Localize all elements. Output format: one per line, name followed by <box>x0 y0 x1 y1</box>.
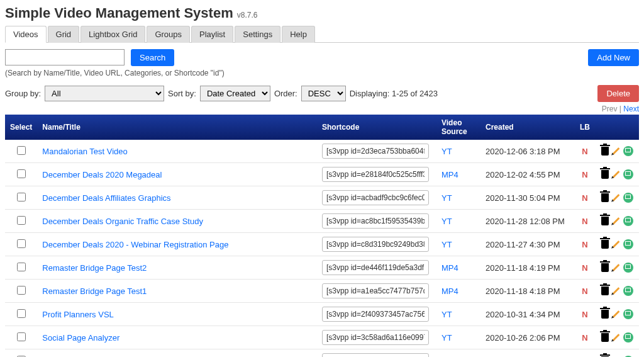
video-table: Select Name/Title Shortcode Video Source… <box>5 115 639 357</box>
row-checkbox[interactable] <box>17 263 26 271</box>
video-source-link[interactable]: YT <box>441 193 452 203</box>
table-row: December Deals 2020 - Webinar Registrati… <box>5 233 639 256</box>
created-date: 2020-11-27 4:30 PM <box>480 233 575 256</box>
shortcode-field[interactable] <box>322 190 429 205</box>
duplicate-icon[interactable] <box>623 286 633 296</box>
edit-icon[interactable] <box>612 310 619 318</box>
created-date: 2020-11-30 5:04 PM <box>480 186 575 210</box>
pager-next[interactable]: Next <box>623 105 639 113</box>
video-title-link[interactable]: December Deals 2020 Megadeal <box>42 170 162 179</box>
edit-icon[interactable] <box>612 334 619 341</box>
trash-icon[interactable] <box>601 310 609 319</box>
edit-icon[interactable] <box>612 264 619 271</box>
video-source-link[interactable]: YT <box>441 240 452 249</box>
trash-icon[interactable] <box>601 170 609 179</box>
trash-icon[interactable] <box>601 193 609 202</box>
lb-flag: N <box>575 326 595 349</box>
duplicate-icon[interactable] <box>623 309 633 319</box>
duplicate-icon[interactable] <box>623 169 633 179</box>
tab-videos[interactable]: Videos <box>5 26 47 43</box>
shortcode-field[interactable] <box>322 283 429 298</box>
search-input[interactable] <box>5 49 125 65</box>
video-source-link[interactable]: MP4 <box>441 263 458 273</box>
add-new-button[interactable]: Add New <box>588 49 639 66</box>
lb-flag: N <box>575 186 595 210</box>
row-checkbox[interactable] <box>17 169 26 178</box>
video-source-link[interactable]: YT <box>441 217 452 226</box>
video-title-link[interactable]: Profit Planners VSL <box>42 310 113 319</box>
edit-icon[interactable] <box>612 241 619 248</box>
created-date: 2020-11-18 4:19 PM <box>480 256 575 280</box>
search-hint: (Search by Name/Title, Video URL, Catego… <box>5 69 639 77</box>
video-title-link[interactable]: December Deals Affiliates Graphics <box>42 193 170 203</box>
order-select[interactable]: DESC <box>301 86 346 101</box>
tab-bar: VideosGridLightbox GridGroupsPlaylistSet… <box>5 25 639 43</box>
table-row: December Deals 2020 MegadealMP42020-12-0… <box>5 163 639 186</box>
edit-icon[interactable] <box>612 171 619 178</box>
trash-icon[interactable] <box>601 147 609 156</box>
shortcode-field[interactable] <box>322 260 429 275</box>
shortcode-field[interactable] <box>322 213 429 229</box>
shortcode-field[interactable] <box>322 237 429 252</box>
video-title-link[interactable]: Social Page Analyzer <box>42 333 119 343</box>
video-source-link[interactable]: YT <box>441 333 452 343</box>
duplicate-icon[interactable] <box>623 193 633 203</box>
created-date: 2020-12-02 4:55 PM <box>480 163 575 186</box>
tab-grid[interactable]: Grid <box>48 26 80 43</box>
shortcode-field[interactable] <box>322 307 429 322</box>
row-checkbox[interactable] <box>17 332 26 341</box>
table-row: Profit Planners VSLYT2020-10-31 4:34 PMN <box>5 303 639 326</box>
created-date: 2020-10-31 4:34 PM <box>480 303 575 326</box>
edit-icon[interactable] <box>612 287 619 295</box>
video-title-link[interactable]: December Deals 2020 - Webinar Registrati… <box>42 240 228 249</box>
edit-icon[interactable] <box>612 147 619 155</box>
created-date: 2020-12-06 3:18 PM <box>480 140 575 163</box>
table-row: Remaster Bridge Page Test1MP42020-11-18 … <box>5 280 639 303</box>
video-title-link[interactable]: Mandalorian Test Video <box>42 147 127 156</box>
created-date: 2020-11-28 12:08 PM <box>480 210 575 233</box>
video-source-link[interactable]: YT <box>441 147 452 156</box>
row-checkbox[interactable] <box>17 146 26 155</box>
col-shortcode: Shortcode <box>317 115 436 140</box>
trash-icon[interactable] <box>601 333 609 342</box>
duplicate-icon[interactable] <box>623 263 633 273</box>
tab-lightbox-grid[interactable]: Lightbox Grid <box>80 26 145 43</box>
row-checkbox[interactable] <box>17 193 26 201</box>
tab-playlist[interactable]: Playlist <box>191 26 233 43</box>
duplicate-icon[interactable] <box>623 146 633 156</box>
duplicate-icon[interactable] <box>623 239 633 249</box>
trash-icon[interactable] <box>601 286 609 295</box>
edit-icon[interactable] <box>612 217 619 225</box>
edit-icon[interactable] <box>612 194 619 201</box>
search-button[interactable]: Search <box>131 49 174 66</box>
shortcode-field[interactable] <box>322 167 429 182</box>
trash-icon[interactable] <box>601 217 609 225</box>
lb-flag: N <box>575 349 595 358</box>
shortcode-field[interactable] <box>322 353 429 357</box>
duplicate-icon[interactable] <box>623 216 633 226</box>
trash-icon[interactable] <box>601 240 609 249</box>
video-source-link[interactable]: MP4 <box>441 286 458 296</box>
tab-groups[interactable]: Groups <box>147 26 190 43</box>
row-checkbox[interactable] <box>17 216 26 225</box>
duplicate-icon[interactable] <box>623 332 633 343</box>
shortcode-field[interactable] <box>322 144 429 159</box>
tab-settings[interactable]: Settings <box>235 26 280 43</box>
delete-button[interactable]: Delete <box>597 85 639 102</box>
video-title-link[interactable]: Remaster Bridge Page Test1 <box>42 286 147 296</box>
row-checkbox[interactable] <box>17 286 26 295</box>
video-title-link[interactable]: December Deals Organic Traffic Case Stud… <box>42 217 203 226</box>
col-source: Video Source <box>436 115 480 140</box>
row-checkbox[interactable] <box>17 239 26 248</box>
video-title-link[interactable]: Remaster Bridge Page Test2 <box>42 263 147 273</box>
sort-by-select[interactable]: Date Created <box>200 86 270 101</box>
group-by-select[interactable]: All <box>45 86 164 101</box>
col-lb: LB <box>575 115 595 140</box>
title-text: Simple Video Management System <box>5 5 233 21</box>
row-checkbox[interactable] <box>17 309 26 318</box>
video-source-link[interactable]: YT <box>441 310 452 319</box>
trash-icon[interactable] <box>601 263 609 272</box>
tab-help[interactable]: Help <box>282 26 315 43</box>
shortcode-field[interactable] <box>322 330 429 345</box>
video-source-link[interactable]: MP4 <box>441 170 458 179</box>
